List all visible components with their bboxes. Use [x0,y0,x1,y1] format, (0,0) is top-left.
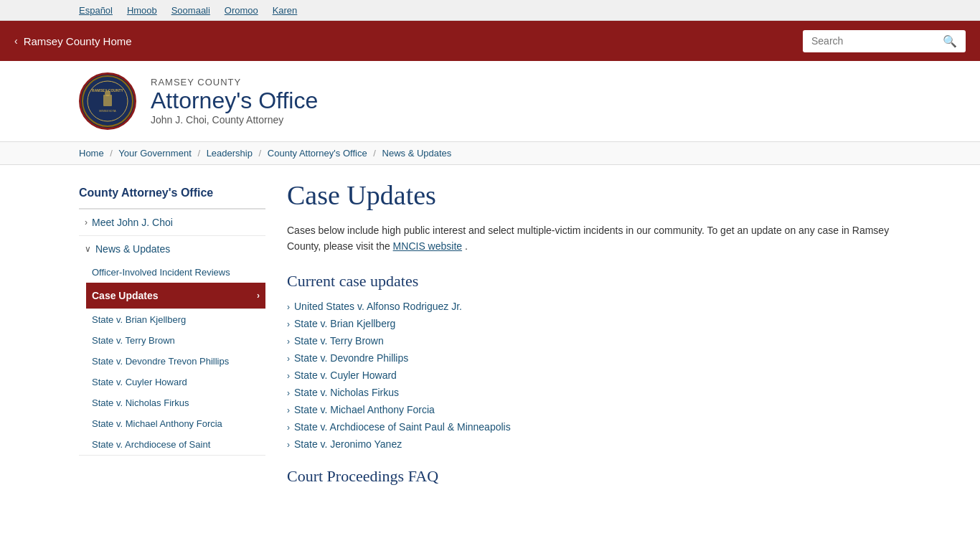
intro-text-before: Cases below include high public interest… [287,225,889,252]
sidebar-label-officer: Officer-Involved Incident Reviews [92,267,230,278]
sidebar-item-news-updates[interactable]: ∨ News & Updates Officer-Involved Incide… [79,236,265,456]
sidebar-link-case-updates[interactable]: Case Updates › [86,283,265,309]
home-link-label: Ramsey County Home [24,35,132,47]
lang-karen[interactable]: Karen [273,5,298,16]
sidebar-sub-cuyler[interactable]: State v. Cuyler Howard [86,372,265,392]
breadcrumb-sep-4: / [373,148,376,159]
chevron-left-icon: ‹ [14,35,18,47]
intro-text-after: . [465,240,468,252]
lang-oromoo[interactable]: Oromoo [225,5,258,16]
sidebar-sub-firkus[interactable]: State v. Nicholas Firkus [86,392,265,413]
sidebar-link-devondre[interactable]: State v. Devondre Trevon Phillips [86,351,265,372]
chevron-down-icon: ∨ [85,244,91,254]
site-title-block: RAMSEY COUNTY Attorney's Office John J. … [151,77,318,126]
list-item: › State v. Devondre Phillips [287,352,901,364]
sidebar-sub-kjellberg[interactable]: State v. Brian Kjellberg [86,309,265,330]
mncis-link[interactable]: MNCIS website [393,240,462,252]
chevron-right-icon: › [287,371,290,381]
list-item: › State v. Jeronimo Yanez [287,438,901,450]
chevron-right-active-icon: › [257,291,260,301]
top-nav-bar: ‹ Ramsey County Home 🔍 [0,21,980,61]
sidebar-label-case-updates: Case Updates [92,290,159,301]
case-link-forcia[interactable]: State v. Michael Anthony Forcia [294,404,435,415]
sidebar-sub-forcia[interactable]: State v. Michael Anthony Forcia [86,413,265,434]
intro-text: Cases below include high public interest… [287,222,901,255]
list-item: › United States v. Alfonso Rodriguez Jr. [287,301,901,312]
sidebar-link-archdiocese[interactable]: State v. Archdiocese of Saint [86,434,265,455]
sidebar-label-archdiocese: State v. Archdiocese of Saint [92,439,210,450]
case-link-cuyler[interactable]: State v. Cuyler Howard [294,369,397,381]
sidebar-link-cuyler[interactable]: State v. Cuyler Howard [86,372,265,392]
page-title: Case Updates [287,179,901,211]
current-cases-heading: Current case updates [287,272,901,291]
search-box[interactable]: 🔍 [803,30,966,52]
sidebar-label-meet-john: Meet John J. Choi [92,217,173,228]
lang-espanol[interactable]: Español [79,5,113,16]
home-nav-link[interactable]: ‹ Ramsey County Home [14,35,132,47]
list-item: › State v. Nicholas Firkus [287,387,901,398]
breadcrumb-sep-2: / [197,148,200,159]
breadcrumb-sep-1: / [110,148,113,159]
main-container: County Attorney's Office › Meet John J. … [0,165,980,524]
case-link-rodriguez[interactable]: United States v. Alfonso Rodriguez Jr. [294,301,462,312]
breadcrumb-government[interactable]: Your Government [118,148,191,159]
case-link-firkus[interactable]: State v. Nicholas Firkus [294,387,399,398]
breadcrumb-news-updates[interactable]: News & Updates [382,148,452,159]
site-logo: RAMSEY COUNTY MINNESOTA [79,72,136,130]
sidebar-sub-archdiocese[interactable]: State v. Archdiocese of Saint [86,434,265,455]
chevron-right-icon: › [287,423,290,433]
sidebar-sub-case-updates[interactable]: Case Updates › [86,283,265,309]
svg-point-5 [105,90,110,96]
sidebar-label-kjellberg: State v. Brian Kjellberg [92,314,186,325]
sidebar-link-officer[interactable]: Officer-Involved Incident Reviews [86,262,265,283]
chevron-right-icon: › [85,217,88,227]
site-header: RAMSEY COUNTY MINNESOTA RAMSEY COUNTY At… [0,61,980,142]
sidebar-sub-officer[interactable]: Officer-Involved Incident Reviews [86,262,265,283]
lang-hmoob[interactable]: Hmoob [127,5,157,16]
sidebar-sub-devondre[interactable]: State v. Devondre Trevon Phillips [86,351,265,372]
list-item: › State v. Michael Anthony Forcia [287,404,901,415]
case-link-terry-brown[interactable]: State v. Terry Brown [294,335,384,347]
case-link-archdiocese[interactable]: State v. Archdiocese of Saint Paul & Min… [294,421,511,433]
chevron-right-icon: › [287,319,290,329]
case-link-kjellberg[interactable]: State v. Brian Kjellberg [294,318,395,329]
chevron-right-icon: › [287,336,290,347]
sidebar-label-news-updates: News & Updates [95,243,170,255]
sidebar-label-devondre: State v. Devondre Trevon Phillips [92,356,229,367]
sidebar-label-firkus: State v. Nicholas Firkus [92,397,189,408]
agency-name: RAMSEY COUNTY [151,77,318,88]
sidebar-link-firkus[interactable]: State v. Nicholas Firkus [86,392,265,413]
department-name: Attorney's Office [151,88,318,114]
sidebar-label-cuyler: State v. Cuyler Howard [92,377,187,387]
breadcrumb-county-attorney[interactable]: County Attorney's Office [268,148,367,159]
sidebar-item-meet-john[interactable]: › Meet John J. Choi [79,209,265,236]
content-area: Case Updates Cases below include high pu… [287,179,901,509]
breadcrumb: Home / Your Government / Leadership / Co… [0,142,980,165]
lang-soomaali[interactable]: Soomaali [171,5,210,16]
breadcrumb-sep-3: / [259,148,262,159]
sidebar-link-kjellberg[interactable]: State v. Brian Kjellberg [86,309,265,330]
sidebar: County Attorney's Office › Meet John J. … [79,179,265,509]
search-input[interactable] [811,35,937,47]
list-item: › State v. Archdiocese of Saint Paul & M… [287,421,901,433]
list-item: › State v. Cuyler Howard [287,369,901,381]
sidebar-link-news-updates[interactable]: ∨ News & Updates [79,236,265,262]
case-list: › United States v. Alfonso Rodriguez Jr.… [287,301,901,450]
sidebar-link-forcia[interactable]: State v. Michael Anthony Forcia [86,413,265,434]
case-link-devondre[interactable]: State v. Devondre Phillips [294,352,408,364]
sidebar-link-meet-john[interactable]: › Meet John J. Choi [79,209,265,235]
sidebar-link-terry-brown[interactable]: State v. Terry Brown [86,330,265,351]
sidebar-sub-terry-brown[interactable]: State v. Terry Brown [86,330,265,351]
sidebar-sub-items: Officer-Involved Incident Reviews Case U… [79,262,265,455]
case-link-yanez[interactable]: State v. Jeronimo Yanez [294,438,402,450]
language-bar: Español Hmoob Soomaali Oromoo Karen [0,0,980,21]
chevron-right-icon: › [287,405,290,415]
search-icon: 🔍 [943,34,957,48]
list-item: › State v. Terry Brown [287,335,901,347]
breadcrumb-leadership[interactable]: Leadership [207,148,253,159]
chevron-right-icon: › [287,302,290,312]
breadcrumb-home[interactable]: Home [79,148,104,159]
faq-heading: Court Proceedings FAQ [287,467,901,486]
logo-seal: RAMSEY COUNTY MINNESOTA [81,75,134,128]
chevron-right-icon: › [287,440,290,450]
